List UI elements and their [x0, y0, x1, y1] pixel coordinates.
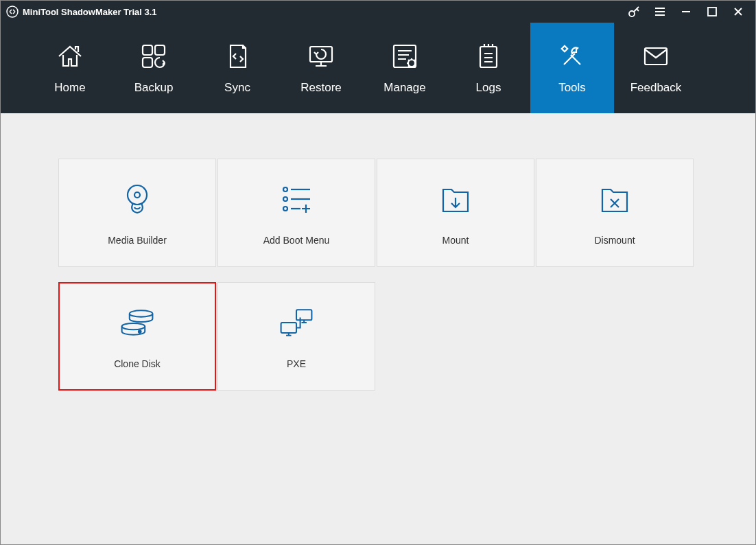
svg-rect-7	[394, 45, 416, 67]
manage-icon	[390, 41, 420, 71]
tool-add-boot-menu[interactable]: Add Boot Menu	[217, 159, 375, 267]
tools-icon	[557, 41, 587, 71]
svg-point-16	[283, 207, 287, 211]
svg-point-14	[283, 187, 287, 192]
nav-label: Logs	[476, 81, 501, 95]
titlebar: MiniTool ShadowMaker Trial 3.1	[1, 1, 755, 23]
maximize-button[interactable]	[699, 1, 725, 23]
svg-rect-3	[143, 45, 152, 55]
tool-clone-disk[interactable]: Clone Disk	[58, 282, 216, 391]
nav-tools[interactable]: Tools	[530, 23, 614, 113]
nav-label: Backup	[134, 81, 174, 95]
tool-label: PXE	[287, 358, 306, 369]
tool-label: Mount	[442, 235, 469, 246]
app-icon	[6, 5, 19, 18]
home-icon	[55, 41, 85, 71]
svg-rect-4	[155, 45, 165, 55]
nav-label: Feedback	[630, 81, 682, 95]
tool-label: Media Builder	[108, 235, 167, 246]
nav-label: Sync	[224, 81, 250, 95]
media-builder-icon	[118, 180, 156, 218]
svg-rect-20	[296, 310, 311, 320]
nav-label: Manage	[383, 81, 425, 95]
svg-rect-21	[281, 323, 296, 333]
tools-grid: Media Builder Add Boot Menu	[58, 159, 698, 391]
svg-rect-10	[562, 46, 567, 51]
minimize-button[interactable]	[673, 1, 699, 23]
nav-logs[interactable]: Logs	[447, 23, 530, 113]
app-title: MiniTool ShadowMaker Trial 3.1	[23, 7, 157, 17]
dismount-icon	[595, 180, 634, 218]
add-boot-menu-icon	[277, 180, 316, 218]
close-button[interactable]	[725, 1, 751, 23]
svg-point-17	[130, 310, 153, 316]
sync-icon	[222, 41, 252, 71]
tool-mount[interactable]: Mount	[377, 159, 534, 267]
app-window: MiniTool ShadowMaker Trial 3.1 Home	[0, 0, 756, 545]
restore-icon	[306, 41, 336, 71]
nav-home[interactable]: Home	[28, 23, 112, 113]
nav-sync[interactable]: Sync	[196, 23, 279, 113]
tool-pxe[interactable]: PXE	[217, 282, 375, 391]
mount-icon	[436, 180, 475, 218]
backup-icon	[139, 41, 169, 71]
content-area: Media Builder Add Boot Menu	[1, 113, 755, 544]
key-icon[interactable]	[621, 1, 647, 23]
svg-point-19	[139, 330, 141, 333]
svg-point-0	[7, 6, 18, 17]
tool-dismount[interactable]: Dismount	[536, 159, 694, 267]
svg-point-13	[134, 192, 140, 198]
svg-point-15	[283, 197, 287, 201]
svg-point-12	[128, 185, 147, 205]
nav-label: Tools	[558, 81, 586, 95]
nav-restore[interactable]: Restore	[279, 23, 363, 113]
nav-label: Home	[54, 81, 85, 95]
nav-label: Restore	[300, 81, 342, 95]
pxe-icon	[277, 303, 316, 342]
svg-rect-11	[645, 48, 667, 65]
main-nav: Home Backup Sync	[1, 23, 755, 113]
svg-point-18	[122, 323, 145, 329]
tool-label: Add Boot Menu	[263, 235, 330, 246]
svg-rect-5	[143, 58, 152, 67]
nav-manage[interactable]: Manage	[363, 23, 447, 113]
feedback-icon	[641, 41, 671, 71]
tool-label: Clone Disk	[114, 358, 161, 369]
clone-disk-icon	[118, 303, 156, 342]
svg-rect-2	[708, 8, 716, 16]
tool-label: Dismount	[594, 235, 635, 246]
nav-feedback[interactable]: Feedback	[614, 23, 698, 113]
nav-backup[interactable]: Backup	[112, 23, 196, 113]
menu-icon[interactable]	[647, 1, 673, 23]
tool-media-builder[interactable]: Media Builder	[58, 159, 216, 267]
logs-icon	[473, 41, 504, 71]
svg-point-1	[629, 11, 635, 16]
